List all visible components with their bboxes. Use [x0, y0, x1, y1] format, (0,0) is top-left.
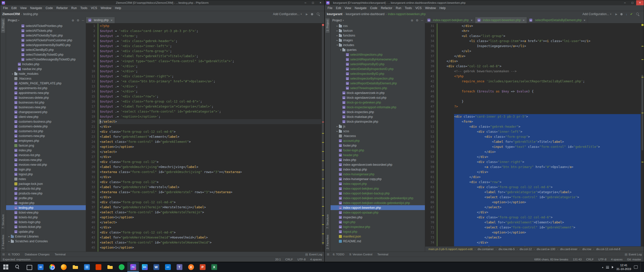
locate-file-icon[interactable]: ⊕	[72, 19, 74, 22]
tool-window-button[interactable]: Terminal	[377, 253, 388, 256]
locate-file-icon[interactable]: ⊕	[411, 19, 413, 22]
maximize-button[interactable]: □	[309, 0, 317, 5]
tree-item[interactable]: selectAppointmentsByStaffID.php	[6, 43, 86, 47]
tree-item[interactable]: block-agendaverzoek-out.php	[331, 95, 425, 100]
tool-window-stripe-button[interactable]: 2: Favorites	[1, 233, 5, 251]
close-button[interactable]: ×	[636, 0, 644, 5]
tree-item[interactable]: invoices-new.php	[6, 157, 86, 162]
tree-item[interactable]: selectAllTickets.php	[6, 28, 86, 33]
menu-tools[interactable]: Tools	[78, 6, 89, 10]
tree-item[interactable]: selectInspectorByInspection.php	[331, 76, 425, 81]
tool-window-button[interactable]: 6: TODO	[333, 253, 344, 256]
tree-item[interactable]: testing.php	[6, 205, 86, 210]
tree-item[interactable]: account.php	[331, 138, 425, 143]
tree-item[interactable]: selectAllTicketPriorities.php	[6, 23, 86, 28]
tree-item[interactable]: login.php	[6, 167, 86, 172]
chevron-right-icon[interactable]: ▸	[336, 34, 339, 37]
tree-item[interactable]: index-rapport-bewerken.php	[331, 205, 425, 210]
debug-icon[interactable]	[311, 13, 313, 15]
tool-window-button[interactable]: Database Changes	[25, 253, 50, 256]
tool-window-stripe-button[interactable]: 7: Structure	[326, 213, 330, 230]
settings-gear-icon[interactable]: ⚙	[416, 19, 419, 22]
firefox-app[interactable]	[58, 262, 69, 272]
menu-edit[interactable]: Edit	[10, 6, 18, 10]
chevron-down-icon[interactable]: ▾	[18, 19, 19, 22]
tree-item[interactable]: logout.php	[6, 172, 86, 177]
breadcrumb-item[interactable]: index-rapport-bewerken.php	[388, 12, 426, 16]
tree-item[interactable]: selectClientByID.php	[6, 47, 86, 52]
scrollbar[interactable]	[321, 23, 324, 252]
menu-vcs[interactable]: VCS	[414, 6, 423, 10]
vcs-commit-icon[interactable]: ✔	[630, 12, 633, 16]
tree-item[interactable]: ▸node_modules	[6, 71, 86, 76]
action-center-icon[interactable]	[634, 265, 638, 269]
reader-app[interactable]	[93, 262, 104, 272]
tree-item[interactable]: customers-list.php	[6, 129, 86, 133]
code-area[interactable]: <?php$output = '<div class="card-inner p…	[98, 23, 324, 252]
tree-item[interactable]: header.php	[331, 153, 425, 157]
tree-item[interactable]: index-agendaverzoek-beoordeel.php	[331, 162, 425, 167]
title-bar[interactable]: PS ZlemonCRM [D:\xampp\htdocs\ZlemonCRM]…	[0, 0, 324, 5]
menu-code[interactable]: Code	[368, 6, 379, 10]
start-button[interactable]	[0, 262, 12, 272]
minimize-button[interactable]: –	[302, 0, 309, 5]
tool-window-stripe-button[interactable]: 2: Favorites	[326, 233, 330, 251]
taskbar-search-button[interactable]	[12, 262, 23, 272]
tree-item[interactable]: selectAllTicketsByTopic.php	[6, 33, 86, 38]
close-tab-icon[interactable]: ×	[523, 18, 525, 22]
task-view-button[interactable]	[23, 262, 35, 272]
title-bar[interactable]: PS keurgarant [D:\xampp\htdocs\keurgaran…	[325, 0, 644, 5]
photos-app[interactable]	[81, 262, 93, 272]
editor-tab[interactable]: index-rapport-bewerken.php×	[475, 17, 527, 23]
chevron-right-icon[interactable]: ▸	[8, 240, 11, 243]
tree-item[interactable]: index-huiseigenaar.php	[331, 172, 425, 177]
tree-item[interactable]: package-lock.json	[6, 181, 86, 186]
menu-file[interactable]: File	[1, 6, 10, 10]
chevron-down-icon[interactable]: ▾	[339, 49, 342, 51]
tree-item[interactable]: ▸scss	[331, 129, 425, 133]
tree-item[interactable]: ▸favicon	[331, 28, 425, 33]
menu-code[interactable]: Code	[44, 6, 55, 10]
project-panel-title[interactable]: Project	[8, 19, 17, 22]
breadcrumb-item[interactable]: div.row.mb-5	[498, 248, 515, 251]
run-icon[interactable]: ▶	[615, 13, 617, 16]
file-explorer-app[interactable]	[69, 262, 81, 272]
editor-tab[interactable]: testing.php×	[86, 17, 115, 23]
tree-item[interactable]: profile.php	[6, 196, 86, 200]
tree-item[interactable]: selectTicketMessagesByTicketID.php	[6, 57, 86, 62]
tool-window-switcher-icon[interactable]: ⊞	[327, 253, 329, 256]
tree-item[interactable]: customers-business.php	[6, 119, 86, 124]
tree-item[interactable]: ▸css	[331, 23, 425, 28]
chevron-right-icon[interactable]: ▸	[8, 235, 11, 238]
tree-item[interactable]: index-rapport-bekijken-backup.php	[331, 191, 425, 196]
add-configuration-button[interactable]: Add Configuration...▾	[271, 12, 303, 16]
chevron-down-icon[interactable]: ▾	[343, 19, 344, 22]
menu-view[interactable]: View	[18, 6, 28, 10]
tree-item[interactable]: selectAllTicketsFromCustomer.php	[6, 38, 86, 43]
scrollbar-thumb[interactable]	[322, 26, 324, 245]
tree-item[interactable]: index.php	[6, 148, 86, 153]
breadcrumb-item[interactable]: ZlemonCRM	[2, 12, 20, 16]
menu-help[interactable]: Help	[438, 6, 448, 10]
volume-icon[interactable]	[612, 266, 614, 268]
menu-navigate[interactable]: Navigate	[28, 6, 44, 10]
network-icon[interactable]	[606, 266, 609, 268]
tree-item[interactable]: block-agendaverzoek-in.php	[331, 90, 425, 95]
xampp-app[interactable]: X	[185, 262, 197, 272]
chevron-right-icon[interactable]: ▸	[336, 29, 339, 32]
menu-navigate[interactable]: Navigate	[353, 6, 368, 10]
tree-item[interactable]: tickets-login.php	[6, 220, 86, 224]
tree-item[interactable]: businesses-new.php	[6, 105, 86, 110]
breadcrumb-item[interactable]: div.col-12	[519, 248, 533, 251]
code-editor[interactable]: 1234567891011121314151617181920212223242…	[86, 23, 324, 252]
tree-item[interactable]: index-rapport.php	[331, 181, 425, 186]
tree-item[interactable]: Includes.php	[6, 62, 86, 66]
tree-item[interactable]: invoices-list.php	[6, 153, 86, 157]
tree-item[interactable]: navbar.inc.php	[6, 66, 86, 71]
menu-window[interactable]: Window	[99, 6, 113, 10]
teams-app[interactable]: T	[174, 262, 185, 272]
tree-item[interactable]: selectAllInspections.php	[331, 52, 425, 57]
tree-item[interactable]: index-backup.php	[331, 167, 425, 172]
chrome-app[interactable]	[46, 262, 58, 272]
tree-item[interactable]: README.md	[331, 239, 425, 244]
